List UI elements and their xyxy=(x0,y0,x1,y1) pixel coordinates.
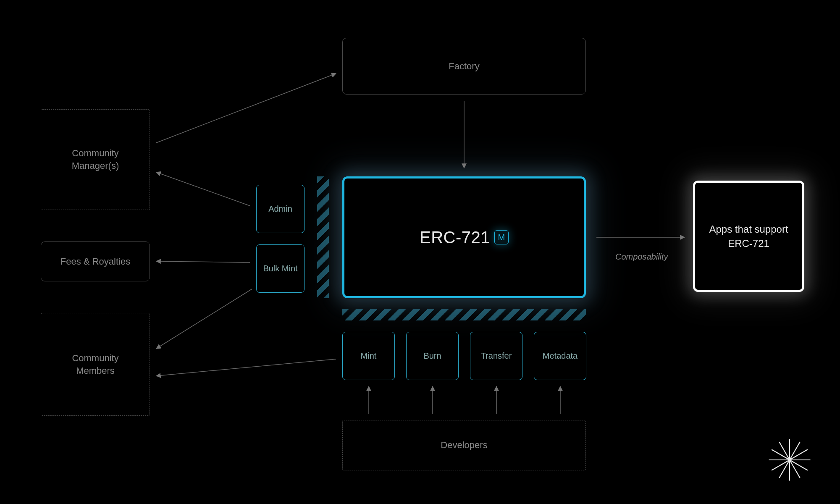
composability-text: Composability xyxy=(615,252,668,261)
community-managers-label: Community Manager(s) xyxy=(72,147,119,172)
burn-label: Burn xyxy=(423,350,441,362)
svg-line-13 xyxy=(156,172,250,206)
metadata-label: Metadata xyxy=(543,350,578,362)
node-erc721-main: ERC-721 M xyxy=(342,176,586,298)
hatch-horizontal xyxy=(342,309,586,320)
svg-line-14 xyxy=(156,261,250,262)
node-community-managers: Community Manager(s) xyxy=(41,109,150,210)
node-metadata: Metadata xyxy=(534,332,586,380)
starburst-logo-icon xyxy=(766,437,813,483)
node-transfer: Transfer xyxy=(470,332,522,380)
node-factory: Factory xyxy=(342,38,586,94)
developers-label: Developers xyxy=(441,439,487,452)
hatch-vertical xyxy=(317,176,329,298)
fees-royalties-label: Fees & Royalties xyxy=(60,255,130,268)
svg-line-15 xyxy=(156,289,252,349)
erc721-m-badge-icon: M xyxy=(494,230,509,244)
node-fees-royalties: Fees & Royalties xyxy=(41,242,150,281)
node-developers: Developers xyxy=(342,420,586,470)
community-members-label: Community Members xyxy=(72,352,118,377)
bulk-mint-label: Bulk Mint xyxy=(263,263,297,274)
composability-label: Composability xyxy=(615,252,668,262)
admin-label: Admin xyxy=(268,203,292,215)
node-burn: Burn xyxy=(406,332,459,380)
svg-line-16 xyxy=(156,359,336,376)
factory-label: Factory xyxy=(449,60,479,73)
node-bulk-mint: Bulk Mint xyxy=(256,244,304,293)
svg-line-12 xyxy=(156,74,336,143)
node-community-members: Community Members xyxy=(41,313,150,416)
erc721-label: ERC-721 xyxy=(420,228,490,247)
node-admin: Admin xyxy=(256,185,304,233)
transfer-label: Transfer xyxy=(481,350,512,362)
mint-label: Mint xyxy=(361,350,377,362)
node-mint: Mint xyxy=(342,332,395,380)
node-apps-support-erc721: Apps that support ERC-721 xyxy=(693,181,804,292)
apps-label: Apps that support ERC-721 xyxy=(704,222,794,250)
